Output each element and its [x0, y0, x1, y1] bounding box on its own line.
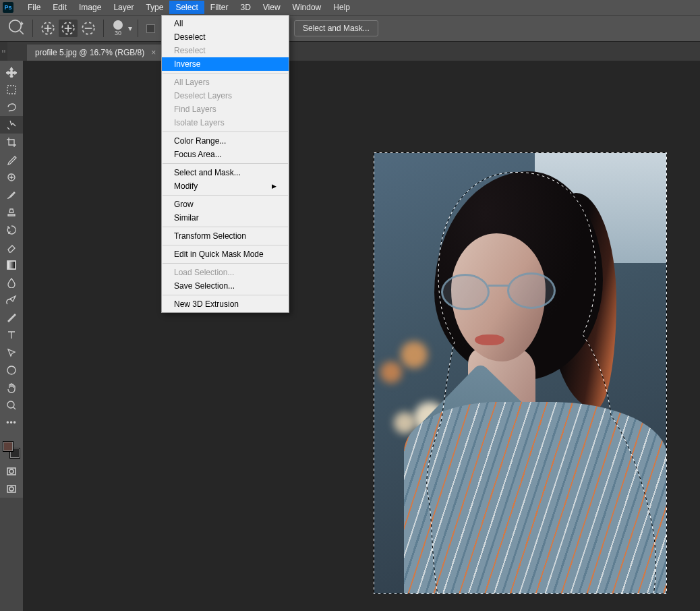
- menu-separator: [163, 73, 288, 74]
- menu-filter[interactable]: Filter: [204, 1, 235, 14]
- brush-size-picker[interactable]: 30: [113, 20, 123, 36]
- tool-brush[interactable]: [0, 186, 23, 204]
- menu-item-edit-in-quick-mask-mode[interactable]: Edit in Quick Mask Mode: [162, 248, 289, 261]
- foreground-color[interactable]: [3, 441, 13, 452]
- color-swatches[interactable]: [3, 441, 20, 459]
- options-bar: 30 ▾ Select and Mask...: [0, 15, 700, 42]
- menu-view[interactable]: View: [257, 1, 287, 14]
- canvas[interactable]: [23, 61, 700, 611]
- tool-move[interactable]: [0, 63, 23, 81]
- menubar: Ps FileEditImageLayerTypeSelectFilter3DV…: [0, 0, 700, 15]
- document-tab[interactable]: profile 5.jpg @ 16.7% (RGB/8) ×: [27, 45, 163, 61]
- menu-item-isolate-layers: Isolate Layers: [162, 116, 289, 129]
- tool-path-select[interactable]: [0, 344, 23, 361]
- menu-item-grow[interactable]: Grow: [162, 198, 289, 211]
- menu-separator: [163, 295, 288, 295]
- menu-separator: [163, 195, 288, 196]
- menu-item-all[interactable]: All: [162, 17, 289, 30]
- tool-shape[interactable]: [0, 361, 23, 379]
- tool-blur[interactable]: [0, 274, 23, 291]
- tool-type[interactable]: [0, 326, 23, 344]
- menu-layer[interactable]: Layer: [107, 1, 140, 14]
- menu-help[interactable]: Help: [327, 1, 356, 14]
- divider: [103, 20, 104, 37]
- menu-edit[interactable]: Edit: [47, 1, 73, 14]
- menu-item-focus-area[interactable]: Focus Area...: [162, 148, 289, 161]
- screen-mode-icon[interactable]: [0, 480, 23, 498]
- menu-select[interactable]: Select: [169, 1, 204, 14]
- document-tab-label: profile 5.jpg @ 16.7% (RGB/8): [35, 48, 144, 57]
- tool-healing[interactable]: [0, 169, 23, 186]
- divider: [32, 20, 33, 37]
- tool-edit-toolbar[interactable]: •••: [0, 414, 23, 432]
- brush-dot-icon: [113, 20, 123, 30]
- menu-window[interactable]: Window: [287, 1, 328, 14]
- quick-select-subtract[interactable]: [79, 20, 98, 37]
- menu-item-transform-selection[interactable]: Transform Selection: [162, 229, 289, 243]
- svg-point-0: [9, 20, 22, 32]
- menu-item-modify[interactable]: Modify▶: [162, 179, 289, 193]
- menu-separator: [163, 132, 288, 132]
- menu-item-deselect[interactable]: Deselect: [162, 30, 289, 44]
- select-and-mask-button[interactable]: Select and Mask...: [294, 20, 378, 36]
- tool-pen[interactable]: [0, 309, 23, 326]
- tool-dodge[interactable]: [0, 291, 23, 309]
- document-image: [374, 152, 667, 594]
- select-menu-dropdown: AllDeselectReselectInverseAll LayersDese…: [161, 15, 289, 313]
- menu-item-new-3d-extrusion[interactable]: New 3D Extrusion: [162, 297, 289, 311]
- svg-rect-4: [7, 261, 16, 269]
- menu-item-color-range[interactable]: Color Range...: [162, 134, 289, 148]
- sample-all-layers-checkbox[interactable]: [146, 24, 155, 33]
- menu-separator: [163, 263, 288, 264]
- tool-crop[interactable]: [0, 134, 23, 151]
- close-tab-icon[interactable]: ×: [151, 48, 156, 57]
- tool-eraser[interactable]: [0, 239, 23, 256]
- quick-mask-icon[interactable]: [0, 463, 23, 480]
- tool-zoom[interactable]: [0, 397, 23, 414]
- menu-item-deselect-layers: Deselect Layers: [162, 89, 289, 103]
- menu-3d[interactable]: 3D: [234, 1, 256, 14]
- chevron-down-icon[interactable]: ▾: [128, 24, 132, 33]
- menu-item-inverse[interactable]: Inverse: [162, 57, 289, 71]
- tool-hand[interactable]: [0, 379, 23, 397]
- toolbar: •••: [0, 61, 23, 498]
- menu-item-save-selection[interactable]: Save Selection...: [162, 279, 289, 293]
- tool-history-brush[interactable]: [0, 221, 23, 239]
- menu-separator: [163, 227, 288, 227]
- menu-item-reselect: Reselect: [162, 44, 289, 57]
- tool-marquee[interactable]: [0, 81, 23, 98]
- menu-type[interactable]: Type: [140, 1, 169, 14]
- quick-select-new[interactable]: [59, 20, 78, 37]
- tool-quick-select[interactable]: [0, 116, 23, 134]
- menu-item-load-selection: Load Selection...: [162, 266, 289, 279]
- menu-item-similar[interactable]: Similar: [162, 211, 289, 225]
- tool-stamp[interactable]: [0, 204, 23, 221]
- menu-file[interactable]: File: [22, 1, 47, 14]
- svg-point-8: [9, 487, 13, 491]
- tool-lasso[interactable]: [0, 98, 23, 116]
- tool-gradient[interactable]: [0, 256, 23, 274]
- quick-select-add[interactable]: [38, 20, 57, 37]
- menu-item-select-and-mask[interactable]: Select and Mask...: [162, 166, 289, 179]
- menu-image[interactable]: Image: [73, 1, 107, 14]
- tool-eyedropper[interactable]: [0, 151, 23, 169]
- document-tab-bar: profile 5.jpg @ 16.7% (RGB/8) ×: [0, 42, 700, 61]
- menu-item-find-layers: Find Layers: [162, 103, 289, 116]
- menu-separator: [163, 163, 288, 164]
- brush-size-value: 30: [115, 30, 121, 36]
- menu-item-all-layers: All Layers: [162, 76, 289, 89]
- app-logo: Ps: [3, 2, 13, 13]
- divider: [138, 20, 138, 37]
- svg-point-6: [9, 469, 13, 473]
- menu-separator: [163, 245, 288, 245]
- panel-grip[interactable]: [0, 42, 7, 61]
- tool-preset-picker[interactable]: [8, 20, 27, 37]
